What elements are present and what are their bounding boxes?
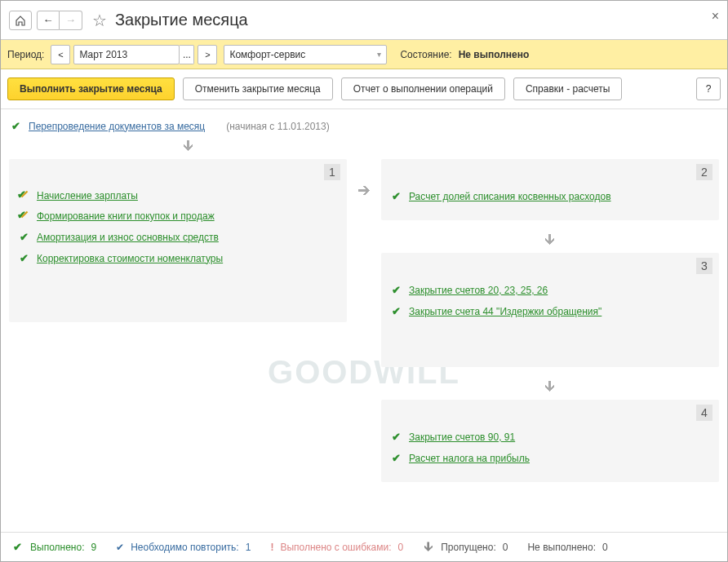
- repeat-count: 1: [246, 542, 251, 553]
- operation-link[interactable]: Закрытие счетов 90, 91: [409, 431, 515, 443]
- period-picker-button[interactable]: ...: [180, 45, 194, 64]
- check-edit-icon: [17, 190, 30, 201]
- repeat-icon: ✔: [116, 542, 124, 553]
- block-2: 2 ✔ Расчет долей списания косвенных расх…: [381, 159, 719, 220]
- status-label: Состояние:: [400, 49, 451, 60]
- block-number: 2: [696, 164, 712, 180]
- error-count: 0: [398, 542, 404, 553]
- operations-report-button[interactable]: Отчет о выполнении операций: [341, 77, 505, 100]
- not-done-label: Не выполнено:: [527, 542, 596, 553]
- skip-count: 0: [503, 542, 508, 553]
- dropdown-icon: ▾: [377, 50, 381, 59]
- arrow-right-icon: 🡪: [358, 159, 370, 490]
- block-number: 1: [324, 164, 340, 180]
- block-1: 1 Начисление зарплаты Формирование книги…: [9, 159, 347, 322]
- error-icon: !: [270, 542, 273, 553]
- done-label: Выполнено:: [30, 542, 84, 553]
- cancel-closing-button[interactable]: Отменить закрытие месяца: [183, 77, 333, 100]
- error-label: Выполнено с ошибками:: [280, 542, 391, 553]
- organization-select[interactable]: Комфорт-сервис ▾: [224, 45, 387, 64]
- forward-button[interactable]: →: [60, 11, 82, 30]
- operation-link[interactable]: Начисление зарплаты: [37, 190, 138, 201]
- period-prev-button[interactable]: <: [51, 45, 70, 64]
- block-3: 3 ✔ Закрытие счетов 20, 23, 25, 26 ✔ Зак…: [381, 253, 719, 367]
- organization-value: Комфорт-сервис: [229, 49, 305, 60]
- done-count: 9: [91, 542, 96, 553]
- operation-link[interactable]: Корректировка стоимости номенклатуры: [37, 253, 223, 264]
- check-icon: ✔: [389, 305, 402, 317]
- status-value: Не выполнено: [459, 49, 530, 60]
- run-closing-button[interactable]: Выполнить закрытие месяца: [7, 77, 175, 100]
- block-4: 4 ✔ Закрытие счетов 90, 91 ✔ Расчет нало…: [381, 400, 719, 482]
- operation-link[interactable]: Расчет долей списания косвенных расходов: [409, 191, 611, 202]
- action-bar: Выполнить закрытие месяца Отменить закры…: [1, 69, 727, 109]
- check-icon: ✔: [389, 190, 402, 202]
- check-edit-icon: [17, 210, 30, 222]
- content-area: GOODWILL ✔ Перепроведение документов за …: [1, 109, 727, 525]
- check-icon: ✔: [17, 252, 30, 264]
- period-month-input[interactable]: Март 2013: [73, 45, 180, 64]
- operation-link[interactable]: Закрытие счета 44 "Издержки обращения": [409, 306, 601, 317]
- references-button[interactable]: Справки - расчеты: [513, 77, 622, 100]
- page-title: Закрытие месяца: [115, 11, 248, 29]
- check-icon: ✔: [11, 541, 24, 553]
- repeat-label: Необходимо повторить:: [131, 542, 239, 553]
- period-bar: Период: < Март 2013 ... > Комфорт-сервис…: [1, 40, 727, 69]
- status-footer: ✔ Выполнено: 9 ✔ Необходимо повторить: 1…: [1, 532, 727, 561]
- arrow-down-icon: 🡫: [381, 233, 719, 248]
- operation-link[interactable]: Амортизация и износ основных средств: [37, 232, 219, 243]
- reposting-hint: (начиная с 11.01.2013): [226, 121, 330, 132]
- skip-label: Пропущено:: [441, 542, 496, 553]
- period-label: Период:: [7, 49, 44, 60]
- help-button[interactable]: ?: [696, 77, 721, 100]
- back-button[interactable]: ←: [37, 11, 60, 30]
- check-icon: ✔: [389, 431, 402, 443]
- arrow-down-icon: 🡫: [9, 139, 368, 154]
- operation-link[interactable]: Формирование книги покупок и продаж: [37, 210, 215, 222]
- arrow-down-icon: 🡫: [381, 380, 719, 395]
- close-button[interactable]: ×: [712, 9, 719, 24]
- check-icon: ✔: [389, 452, 402, 464]
- check-icon: ✔: [17, 231, 30, 243]
- period-next-button[interactable]: >: [198, 45, 217, 64]
- check-icon: ✔: [9, 120, 22, 132]
- reposting-link[interactable]: Перепроведение документов за месяц: [29, 121, 205, 132]
- home-button[interactable]: [9, 11, 32, 30]
- block-number: 4: [696, 405, 712, 421]
- block-number: 3: [696, 258, 712, 274]
- check-icon: ✔: [389, 284, 402, 296]
- titlebar: ← → ☆ Закрытие месяца ×: [1, 1, 727, 40]
- skip-icon: 🡫: [423, 541, 434, 554]
- operation-link[interactable]: Закрытие счетов 20, 23, 25, 26: [409, 285, 548, 296]
- not-done-count: 0: [602, 542, 608, 553]
- star-icon[interactable]: ☆: [92, 11, 107, 30]
- operation-link[interactable]: Расчет налога на прибыль: [409, 453, 530, 464]
